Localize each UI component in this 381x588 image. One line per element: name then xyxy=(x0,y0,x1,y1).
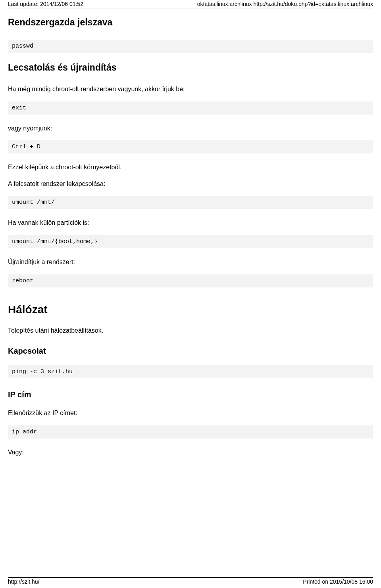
heading-root-password: Rendszergazda jelszava xyxy=(8,17,373,28)
heading-connection: Kapcsolat xyxy=(8,347,373,356)
paragraph-check-ip: Ellenőrizzük az IP címet: xyxy=(8,409,373,418)
header-page-path: oktatas:linux:archlinux http://szit.hu/d… xyxy=(197,1,373,7)
code-ip-addr: ip addr xyxy=(8,425,373,439)
page-footer: http://szit.hu/ Printed on 2015/10/08 16… xyxy=(8,577,373,585)
page-header: Last update: 2014/12/06 01:52 oktatas:li… xyxy=(8,0,373,8)
code-ping: ping -c 3 szit.hu xyxy=(8,365,373,378)
code-reboot: reboot xyxy=(8,274,373,287)
page-container: Last update: 2014/12/06 01:52 oktatas:li… xyxy=(0,0,381,588)
paragraph-reboot-desc: Újraindítjuk a rendszert: xyxy=(8,258,373,266)
code-exit: exit xyxy=(8,102,373,115)
code-umount-multi: umount /mnt/{boot,home,} xyxy=(8,235,373,248)
footer-print-date: Printed on 2015/10/08 16:00 xyxy=(303,578,373,585)
paragraph-or: Vagy: xyxy=(8,448,373,457)
paragraph-separate-partitions: Ha vannak külön partíciók is: xyxy=(8,218,373,227)
paragraph-chroot-note: Ha még mindig chroot-olt rendszerben vag… xyxy=(8,85,373,94)
code-passwd: passwd xyxy=(8,40,373,53)
paragraph-exit-chroot: Ezzel kilépünk a chroot-olt környezetből… xyxy=(8,163,373,172)
footer-url: http://szit.hu/ xyxy=(8,578,39,585)
heading-network: Hálózat xyxy=(8,303,373,316)
header-last-update: Last update: 2014/12/06 01:52 xyxy=(8,1,83,7)
paragraph-post-install-network: Telepítés utáni hálózatbeállítások. xyxy=(8,326,373,335)
code-umount-mnt: umount /mnt/ xyxy=(8,196,373,209)
code-ctrl-d: Ctrl + D xyxy=(8,140,373,153)
heading-ip-address: IP cím xyxy=(8,390,373,399)
paragraph-or-press: vagy nyomjunk: xyxy=(8,124,373,133)
paragraph-unmount-desc: A felcsatolt rendszer lekapcsolása: xyxy=(8,180,373,188)
heading-unmount-reboot: Lecsatolás és újraindítás xyxy=(8,62,373,73)
